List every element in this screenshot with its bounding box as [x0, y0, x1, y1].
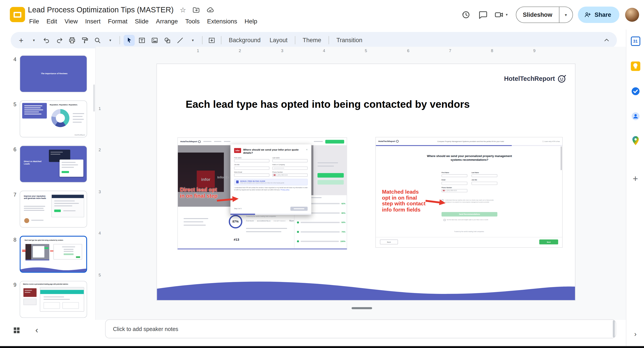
insert-line-caret-icon[interactable]: ▾	[187, 35, 198, 46]
menu-help[interactable]: Help	[241, 16, 261, 26]
flag-icon	[274, 174, 276, 176]
redo-icon[interactable]	[54, 35, 65, 46]
insert-shape-icon[interactable]	[162, 35, 173, 46]
modal-submit-button[interactable]	[290, 207, 308, 211]
slide-thumbnail-9[interactable]: Matches receive a personalized landing p…	[20, 281, 87, 318]
share-label: Share	[595, 11, 611, 18]
left-annotation[interactable]: Direct lead opt in on final step	[180, 187, 218, 199]
ruler-mark: 9	[533, 48, 536, 53]
email-input[interactable]	[442, 181, 467, 184]
shot-scrollbar[interactable]	[560, 146, 562, 170]
phone-input[interactable]: ▾(201) 555-0123	[272, 174, 308, 177]
next-button[interactable]: Next	[539, 240, 558, 244]
print-icon[interactable]	[66, 35, 78, 46]
document-title[interactable]: Lead Process Optimization Tips (MASTER)	[28, 5, 174, 14]
canvas-scroll-handle[interactable]	[352, 307, 372, 309]
slideshow-button[interactable]: Slideshow ▾	[516, 7, 573, 23]
right-shot-header-link[interactable]: ⓘ Learn why HTR is free	[542, 140, 560, 142]
speaker-notes-input[interactable]: Click to add speaker notes	[105, 320, 616, 338]
consent-text: I understand that top matches who meet m…	[445, 199, 499, 203]
slide-title[interactable]: Each lead type has opted into being cont…	[186, 98, 502, 110]
ruler-mark: 2	[99, 148, 101, 152]
company-input[interactable]	[272, 166, 308, 169]
notes-scrollbar[interactable]	[613, 320, 615, 338]
transition-button[interactable]: Transition	[332, 35, 367, 45]
menu-extensions[interactable]: Extensions	[203, 16, 241, 26]
job-title-input[interactable]	[234, 166, 270, 169]
slide-thumbnail-6[interactable]: Direct vs Matched Leads	[20, 146, 87, 182]
slide-thumbnail-7[interactable]: Improve your reputation and generate mor…	[20, 191, 87, 228]
filmstrip-scrollbar[interactable]	[93, 85, 95, 112]
theme-button[interactable]: Theme	[298, 35, 326, 45]
slide-thumbnail-5[interactable]: Reputation. Reputation. Reputation. Hote…	[20, 100, 87, 137]
slides-logo-icon[interactable]	[10, 7, 25, 22]
menu-format[interactable]: Format	[104, 16, 131, 26]
first-name-input[interactable]	[234, 159, 270, 162]
menu-insert[interactable]: Insert	[82, 16, 104, 26]
close-icon[interactable]: ×	[306, 148, 308, 151]
star-icon[interactable]: ☆	[180, 6, 186, 13]
phone-input[interactable]: ▾(201) 555-0123	[442, 189, 467, 192]
menu-edit[interactable]: Edit	[43, 16, 60, 26]
job-title-input[interactable]	[472, 181, 498, 184]
slide-thumbnail-4[interactable]: The Importance of Reviews	[20, 55, 87, 92]
zoom-icon[interactable]	[92, 35, 103, 46]
meet-camera-button[interactable]: ▾	[494, 10, 508, 20]
filmstrip-collapse-icon[interactable]: ‹	[36, 325, 38, 335]
contacts-icon[interactable]	[630, 111, 640, 121]
toolbar-divider	[295, 36, 295, 44]
slideshow-caret-icon[interactable]: ▾	[559, 12, 572, 17]
menu-file[interactable]: File	[26, 16, 43, 26]
insert-line-icon[interactable]	[174, 35, 186, 46]
back-button[interactable]: Back	[380, 240, 398, 244]
cloud-saved-icon[interactable]	[206, 6, 214, 14]
layout-button[interactable]: Layout	[265, 35, 292, 45]
new-slide-caret-icon[interactable]: ▾	[28, 35, 39, 46]
insert-placeholder-icon[interactable]	[206, 35, 217, 46]
background-button[interactable]: Background	[224, 35, 265, 45]
keep-icon[interactable]	[630, 61, 640, 71]
undo-icon[interactable]	[41, 35, 52, 46]
share-button[interactable]: Share	[578, 7, 619, 23]
first-name-input[interactable]	[442, 174, 467, 177]
move-folder-icon[interactable]	[192, 6, 200, 14]
collapse-menus-icon[interactable]	[601, 35, 612, 46]
left-shot-header: HotelTechReport	[178, 138, 346, 145]
slide-wave-shape[interactable]	[157, 280, 575, 300]
calendar-icon[interactable]: 31	[630, 36, 640, 46]
menu-slide[interactable]: Slide	[131, 16, 152, 26]
comments-icon[interactable]	[477, 8, 490, 21]
insert-image-icon[interactable]	[149, 35, 160, 46]
zoom-caret-icon[interactable]: ▾	[105, 35, 116, 46]
expand-rail-icon[interactable]: ›	[630, 329, 640, 339]
menu-bar: File Edit View Insert Format Slide Arran…	[26, 16, 261, 26]
last-name-input[interactable]	[472, 174, 498, 177]
consent-text: I understand that HTR will contact the v…	[234, 187, 308, 191]
work-email-input[interactable]	[234, 174, 270, 177]
select-cursor-icon[interactable]	[124, 35, 135, 46]
privacy-policy-link[interactable]: Privacy policy	[281, 189, 290, 190]
newsletter-checkbox[interactable]	[444, 219, 446, 221]
menu-arrange[interactable]: Arrange	[152, 16, 182, 26]
right-annotation[interactable]: Matched leads opt in on final step with …	[382, 189, 428, 213]
top-bar: Lead Process Optimization Tips (MASTER) …	[0, 0, 644, 30]
grid-view-icon[interactable]	[12, 326, 21, 335]
text-box-icon[interactable]	[136, 35, 148, 46]
menu-view[interactable]: View	[61, 16, 82, 26]
toolbar-divider	[221, 36, 222, 44]
thumb-screenshot	[51, 194, 84, 217]
slide-thumbnail-8-selected[interactable]: Each lead type has opted into being cont…	[20, 236, 87, 273]
maps-icon[interactable]	[630, 136, 640, 146]
ruler-mark: 8	[491, 48, 493, 53]
add-addon-icon[interactable]: +	[630, 174, 640, 184]
tasks-icon[interactable]	[630, 86, 640, 96]
new-slide-button[interactable]: +	[16, 35, 27, 46]
send-recommendations-button[interactable]: Send Recommendations	[442, 212, 498, 216]
user-avatar[interactable]	[625, 8, 639, 22]
version-history-icon[interactable]	[460, 8, 472, 21]
canvas-area[interactable]: 1 2 3 4 5 6 7 8 9 1 2 3 4 5 HotelTechRep…	[95, 47, 626, 320]
paint-format-icon[interactable]	[79, 35, 90, 46]
menu-tools[interactable]: Tools	[182, 16, 203, 26]
last-name-input[interactable]	[272, 159, 308, 162]
slide-editor[interactable]: HotelTechReport Each lead type has opted…	[156, 64, 576, 301]
